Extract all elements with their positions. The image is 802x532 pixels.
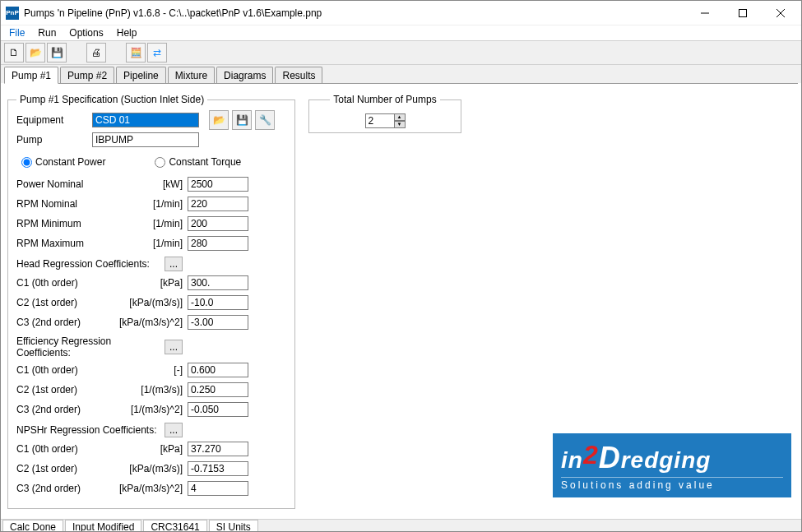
head-c3-input[interactable] [188,315,248,330]
power-nominal-label: Power Nominal [16,178,114,190]
head-c2-label: C2 (1st order) [16,297,114,308]
eff-c3-input[interactable] [188,402,248,417]
total-pumps-spinner[interactable]: ▲ ▼ [365,113,406,128]
print-button[interactable]: 🖨 [86,43,106,62]
status-calc: Calc Done [2,520,63,532]
npshr-c1-label: C1 (0th order) [16,443,114,455]
npshr-coeff-button[interactable]: ... [165,423,183,437]
eff-coeff-button[interactable]: ... [165,340,183,354]
menu-bar: File Run Options Help [1,25,801,41]
eff-c1-input[interactable] [188,363,248,377]
content-area: Pump #1 Specification (Suction Inlet Sid… [1,84,801,519]
tab-strip: Pump #1 Pump #2 Pipeline Mixture Diagram… [1,65,801,83]
maximize-icon [739,9,747,17]
tab-mixture[interactable]: Mixture [168,67,215,83]
calculator-button[interactable]: 🧮 [126,43,146,62]
total-pumps-input[interactable] [365,113,395,128]
tab-results[interactable]: Results [275,67,322,83]
rpm-maximum-unit: [1/min] [114,238,188,249]
eff-c2-unit: [1/(m3/s)] [114,384,188,396]
open-button[interactable]: 📂 [25,43,45,62]
minimize-button[interactable] [686,1,724,25]
close-icon [777,9,785,17]
chevron-down-icon: ▼ [397,122,402,127]
menu-options[interactable]: Options [63,25,109,40]
constant-power-radio-input[interactable] [21,157,32,168]
total-pumps-group: Total Number of Pumps ▲ ▼ [308,94,461,133]
npshr-coeff-label: NPSHr Regression Coefficients: [16,424,165,436]
logo-two: 2 [583,440,599,470]
head-coeff-button[interactable]: ... [165,257,183,271]
save-icon: 💾 [51,47,63,58]
rpm-nominal-input[interactable] [188,197,248,211]
head-c1-label: C1 (0th order) [16,277,114,289]
constant-torque-label: Constant Torque [169,156,241,168]
rpm-minimum-input[interactable] [188,216,248,231]
save-button[interactable]: 💾 [47,43,67,62]
spinner-up-button[interactable]: ▲ [394,113,406,121]
rpm-maximum-input[interactable] [188,236,248,251]
app-icon: PnP [6,7,19,20]
menu-help[interactable]: Help [110,25,144,40]
head-c3-label: C3 (2nd order) [16,317,114,328]
head-c1-input[interactable] [188,275,248,290]
npshr-c3-label: C3 (2nd order) [16,483,114,494]
spinner-down-button[interactable]: ▼ [394,121,406,128]
status-bar: Calc Done Input Modified CRC31641 SI Uni… [1,519,801,532]
new-button[interactable]: 🗋 [4,43,24,62]
pump-spec-legend: Pump #1 Specification (Suction Inlet Sid… [16,94,207,105]
tab-pipeline[interactable]: Pipeline [116,67,166,83]
npshr-c3-unit: [kPa/(m3/s)^2] [114,483,188,494]
power-nominal-input[interactable] [188,177,248,192]
status-crc: CRC31641 [143,520,206,532]
svg-rect-1 [739,9,747,16]
pump-label: Pump [16,134,92,146]
logo-d: D [599,441,621,474]
company-logo: in2Dredging Solutions adding value [553,433,791,497]
rpm-minimum-label: RPM Minimum [16,218,114,229]
npshr-c1-unit: [kPa] [114,443,188,455]
equipment-open-button[interactable]: 📂 [209,110,229,130]
close-button[interactable] [762,1,800,25]
window-title: Pumps 'n Pipeline (PnP) v1.6.8 - C:\..\p… [24,7,686,19]
new-file-icon: 🗋 [9,47,19,58]
rpm-nominal-unit: [1/min] [114,198,188,210]
status-modified: Input Modified [65,520,141,532]
head-c2-unit: [kPa/(m3/s)] [114,297,188,308]
rpm-nominal-label: RPM Nominal [16,198,114,210]
npshr-c2-unit: [kPa/(m3/s)] [114,463,188,474]
rpm-maximum-label: RPM Maximum [16,238,114,249]
transfer-button[interactable]: ⇄ [147,43,167,62]
constant-torque-radio[interactable]: Constant Torque [155,156,241,168]
menu-run[interactable]: Run [31,25,63,40]
constant-power-label: Constant Power [35,156,105,168]
equipment-input[interactable] [92,113,199,127]
constant-power-radio[interactable]: Constant Power [21,156,105,168]
pump-specification-group: Pump #1 Specification (Suction Inlet Sid… [7,94,295,509]
pump-input[interactable] [92,132,199,147]
npshr-c2-label: C2 (1st order) [16,463,114,474]
constant-torque-radio-input[interactable] [155,157,165,168]
total-pumps-legend: Total Number of Pumps [330,94,439,105]
logo-pre: in [561,447,583,473]
npshr-c3-input[interactable] [188,481,248,496]
tab-pump1[interactable]: Pump #1 [4,67,58,84]
chevron-up-icon: ▲ [397,114,402,119]
eff-c2-input[interactable] [188,382,248,397]
eff-c3-unit: [1/(m3/s)^2] [114,404,188,415]
status-units: SI Units [209,520,258,532]
npshr-c1-input[interactable] [188,442,248,456]
minimize-icon [701,9,709,17]
equipment-settings-button[interactable]: 🔧 [255,110,275,130]
tab-diagrams[interactable]: Diagrams [216,67,273,83]
arrows-icon: ⇄ [153,47,161,58]
equipment-save-button[interactable]: 💾 [232,110,252,130]
maximize-button[interactable] [724,1,762,25]
head-c2-input[interactable] [188,295,248,310]
power-nominal-unit: [kW] [114,178,188,190]
tab-pump2[interactable]: Pump #2 [60,67,114,83]
equipment-label: Equipment [16,114,92,126]
menu-file[interactable]: File [2,25,31,40]
npshr-c2-input[interactable] [188,461,248,476]
eff-coeff-label: Efficiency Regression Coefficients: [16,335,165,359]
